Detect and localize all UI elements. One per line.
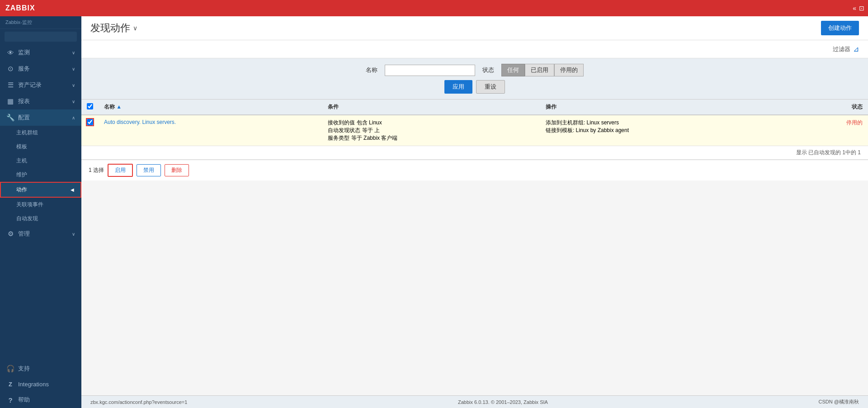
sidebar-item-service[interactable]: ⊙ 服务 ∨: [0, 61, 81, 77]
sidebar-item-reports[interactable]: ▦ 报表 ∨: [0, 93, 81, 109]
reports-arrow: ∨: [72, 99, 75, 104]
row-status: 停用的: [795, 115, 868, 146]
row-operations: 添加到主机群组: Linux servers 链接到模板: Linux by Z…: [540, 115, 795, 146]
search-input[interactable]: [5, 32, 77, 42]
sidebar-sub-maintenance[interactable]: 维护: [0, 168, 81, 182]
assets-arrow: ∨: [72, 83, 75, 88]
table-area: 名称 ▲ 条件 操作 状态: [81, 100, 868, 395]
sidebar-item-monitor[interactable]: 👁 监测 ∨: [0, 44, 81, 61]
sidebar-sub-templates[interactable]: 模板: [0, 140, 81, 154]
collapse-icon[interactable]: «: [853, 5, 856, 12]
assets-icon: ☰: [6, 81, 14, 89]
data-table: 名称 ▲ 条件 操作 状态: [81, 100, 868, 146]
integrations-icon: Z: [6, 381, 14, 388]
service-arrow: ∨: [72, 66, 75, 71]
main-content: 发现动作 ∨ 创建动作 过滤器 ⊿ 名称 状态 任何 已启用: [81, 16, 868, 408]
sidebar-item-config-label: 配置: [18, 114, 30, 122]
sidebar-item-mgmt-label: 管理: [18, 230, 30, 238]
sidebar-sub-maintenance-label: 维护: [16, 171, 27, 178]
actions-submenu-arrow: ◀: [71, 187, 74, 192]
footer: zbx.kgc.com/actionconf.php?eventsource=1…: [81, 395, 868, 408]
logo: ZABBIX: [0, 0, 41, 16]
row-conditions: 接收到的值 包含 Linux 自动发现状态 等于 上 服务类型 等于 Zabbi…: [322, 115, 540, 146]
bulk-disable-button[interactable]: 禁用: [137, 164, 161, 176]
sidebar-item-help[interactable]: ? 帮助: [0, 392, 81, 408]
sidebar-sub-autodiscovery-label: 自动发现: [16, 215, 38, 222]
condition-3: 服务类型 等于 Zabbix 客户端: [328, 134, 535, 142]
col-status: 状态: [795, 100, 868, 115]
sidebar-sub-actions-label: 动作: [16, 186, 27, 194]
status-enabled-btn[interactable]: 已启用: [525, 64, 554, 76]
sidebar-sub-corr-label: 关联项事件: [16, 201, 43, 208]
sidebar-item-service-label: 服务: [18, 65, 30, 73]
sidebar: Zabbix-监控 👁 监测 ∨ ⊙ 服务 ∨ ☰ 资产记录 ∨: [0, 16, 81, 408]
filter-icon[interactable]: ⊿: [853, 45, 859, 53]
bulk-enable-button[interactable]: 启用: [108, 164, 133, 177]
name-filter-input[interactable]: [385, 65, 475, 76]
bulk-select-label: 1 选择: [89, 166, 104, 174]
status-disabled-btn[interactable]: 停用的: [554, 64, 584, 76]
sidebar-item-config[interactable]: 🔧 配置 ∧: [0, 109, 81, 126]
sort-arrow: ▲: [116, 104, 122, 110]
sidebar-item-support-label: 支持: [18, 365, 30, 373]
actions-container: 动作 ◀ Trigger actions 发现动作 自动注册动作 Inter: [0, 182, 81, 198]
bulk-delete-button[interactable]: 删除: [165, 164, 189, 176]
monitor-arrow: ∨: [72, 50, 75, 55]
config-arrow: ∧: [72, 115, 75, 120]
col-name[interactable]: 名称 ▲: [99, 100, 322, 115]
operation-1: 添加到主机群组: Linux servers: [546, 119, 789, 127]
status-any-btn[interactable]: 任何: [501, 64, 525, 76]
sidebar-item-monitor-label: 监测: [18, 48, 30, 57]
sidebar-sub-hostgroups[interactable]: 主机群组: [0, 126, 81, 140]
bulk-actions: 1 选择 启用 禁用 删除: [81, 160, 868, 180]
apply-filter-button[interactable]: 应用: [444, 80, 472, 94]
sidebar-brand: Zabbix-监控: [0, 16, 81, 29]
sidebar-sub-hosts-label: 主机: [16, 157, 27, 164]
expand-icon[interactable]: ⊡: [859, 5, 864, 12]
sidebar-item-assets[interactable]: ☰ 资产记录 ∨: [0, 77, 81, 93]
footer-right: CSDN @橘淮南秋: [819, 399, 859, 405]
sidebar-sub-hosts[interactable]: 主机: [0, 154, 81, 168]
main-header: 发现动作 ∨ 创建动作: [81, 16, 868, 40]
page-title-dropdown[interactable]: ∨: [133, 24, 137, 32]
sidebar-sub-actions[interactable]: 动作 ◀: [0, 182, 81, 198]
row-name: Auto discovery. Linux servers.: [99, 115, 322, 146]
row-name-link[interactable]: Auto discovery. Linux servers.: [104, 119, 176, 125]
sidebar-sub-hostgroups-label: 主机群组: [16, 129, 38, 136]
filter-actions: 应用 重设: [90, 80, 859, 94]
sidebar-sub-corr[interactable]: 关联项事件: [0, 198, 81, 212]
config-icon: 🔧: [6, 114, 14, 122]
filter-row: 名称 状态 任何 已启用 停用的: [90, 64, 859, 76]
table-row: Auto discovery. Linux servers. 接收到的值 包含 …: [81, 115, 868, 146]
reports-icon: ▦: [6, 97, 14, 105]
footer-center: Zabbix 6.0.13. © 2001–2023, Zabbix SIA: [458, 399, 548, 405]
help-icon: ?: [6, 396, 14, 404]
sidebar-item-integrations[interactable]: Z Integrations: [0, 377, 81, 392]
status-group: 任何 已启用 停用的: [501, 64, 584, 76]
row-checkbox[interactable]: [87, 119, 93, 125]
operation-2: 链接到模板: Linux by Zabbix agent: [546, 127, 789, 134]
create-action-button[interactable]: 创建动作: [821, 21, 859, 35]
condition-2: 自动发现状态 等于 上: [328, 127, 535, 134]
status-filter-label: 状态: [482, 66, 494, 74]
sidebar-item-assets-label: 资产记录: [18, 81, 42, 89]
mgmt-arrow: ∨: [72, 232, 75, 237]
row-checkbox-cell: [81, 115, 99, 146]
sidebar-search: [0, 29, 81, 44]
reset-filter-button[interactable]: 重设: [476, 80, 505, 94]
sidebar-item-help-label: 帮助: [18, 396, 30, 404]
filter-label: 过滤器: [833, 45, 850, 53]
service-icon: ⊙: [6, 65, 14, 73]
page-title: 发现动作 ∨: [90, 21, 137, 35]
sidebar-item-support[interactable]: 🎧 支持: [0, 361, 81, 377]
filter-bar: 过滤器 ⊿: [81, 40, 868, 58]
sidebar-sub-autodiscovery[interactable]: 自动发现: [0, 212, 81, 226]
select-all-checkbox[interactable]: [87, 103, 93, 109]
support-icon: 🎧: [6, 365, 14, 373]
sidebar-sub-templates-label: 模板: [16, 143, 27, 150]
sidebar-item-mgmt[interactable]: ⚙ 管理 ∨: [0, 226, 81, 242]
monitor-icon: 👁: [6, 49, 14, 57]
filter-section: 名称 状态 任何 已启用 停用的 应用 重设: [81, 58, 868, 100]
row-count: 显示 已自动发现的 1中的 1: [81, 146, 868, 160]
header-checkbox-cell: [81, 100, 99, 115]
